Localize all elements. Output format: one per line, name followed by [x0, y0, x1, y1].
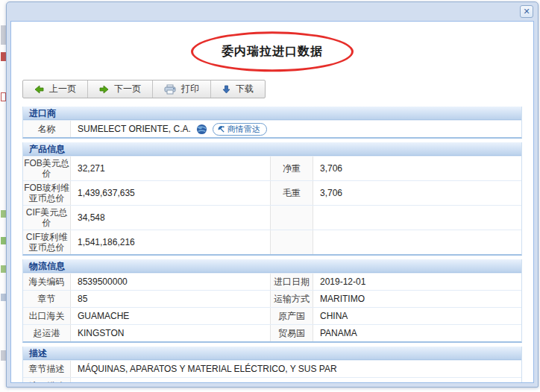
close-icon[interactable]: ✕	[520, 5, 533, 18]
field-label: 运输方式	[271, 291, 313, 307]
table-row: CIF玻利维亚币总价 1,541,186,216	[23, 230, 521, 254]
field-value: CHINA	[313, 308, 521, 324]
table-row: 出口海关 GUAMACHE 原产国 CHINA	[23, 307, 521, 324]
field-label	[271, 230, 313, 254]
table-row: FOB玻利维亚币总价 1,439,637,635 毛重 3,706	[23, 180, 521, 205]
field-label: 贸易国	[271, 325, 313, 341]
section-logistics: 物流信息 海关编码 8539500000 进口日期 2019-12-01 章节 …	[22, 259, 522, 343]
field-value: KINGSTON	[71, 325, 271, 341]
field-label: 名称	[23, 121, 71, 137]
section-logistics-header: 物流信息	[23, 259, 521, 273]
import-data-dialog: ✕ 委内瑞拉进口数据 上一页 下一页	[6, 1, 539, 388]
dialog-body: 委内瑞拉进口数据 上一页 下一页	[10, 21, 534, 383]
field-label: 净重	[271, 157, 313, 180]
field-value: Lámparas y tubos de diodos emisores de l…	[71, 378, 521, 383]
field-value: PANAMA	[313, 325, 521, 341]
backdrop-fragment	[1, 350, 6, 361]
field-label: 出口海关	[23, 308, 71, 324]
table-row: 海关编码 8539500000 进口日期 2019-12-01	[23, 273, 521, 290]
field-value: 3,706	[313, 181, 521, 205]
field-value: SUMELECT ORIENTE, C.A.	[71, 121, 521, 137]
field-value: 34,548	[71, 206, 271, 230]
pager-toolbar: 上一页 下一页 打印	[22, 80, 266, 98]
arrow-down-icon	[222, 85, 230, 94]
section-product-header: 产品信息	[23, 142, 521, 156]
table-row: 章节描述 MÁQUINAS, APARATOS Y MATERIAL ELÉCT…	[23, 360, 521, 377]
section-product: 产品信息 FOB美元总价 32,271 净重 3,706 FOB玻利维亚币总价 …	[22, 142, 522, 256]
field-value: 8539500000	[71, 274, 271, 290]
arrow-right-icon	[99, 85, 109, 94]
field-label: 章节描述	[23, 361, 71, 377]
field-value	[313, 230, 521, 254]
next-page-button[interactable]: 下一页	[88, 80, 153, 98]
backdrop-fragment	[1, 237, 6, 244]
section-description: 描述 章节描述 MÁQUINAS, APARATOS Y MATERIAL EL…	[22, 347, 522, 383]
field-label: 起运港	[23, 325, 71, 341]
page-title: 委内瑞拉进口数据	[222, 44, 323, 60]
field-value: 1,439,637,635	[71, 181, 271, 205]
field-label: 进口日期	[271, 274, 313, 290]
prev-page-button[interactable]: 上一页	[23, 80, 88, 98]
backdrop-fragment	[1, 92, 6, 101]
detail-sections: 进口商 名称 SUMELECT ORIENTE, C.A.	[22, 107, 522, 383]
business-radar-badge[interactable]: 商情雷达	[213, 123, 267, 136]
field-value: 3,706	[313, 157, 521, 180]
radar-icon	[217, 125, 225, 133]
field-label: 编码描述	[23, 378, 71, 383]
backdrop-fragment	[1, 210, 6, 218]
backdrop-fragment	[1, 294, 6, 301]
globe-icon[interactable]	[196, 124, 207, 135]
backdrop-fragment	[1, 265, 6, 273]
table-row: 编码描述 Lámparas y tubos de diodos emisores…	[23, 377, 521, 383]
radar-badge-label: 商情雷达	[227, 124, 260, 135]
backdrop-fragment	[1, 52, 6, 61]
field-value: MÁQUINAS, APARATOS Y MATERIAL ELÉCTRICO,…	[71, 361, 521, 377]
download-button[interactable]: 下载	[211, 80, 265, 98]
download-label: 下载	[236, 83, 254, 95]
next-page-label: 下一页	[114, 83, 141, 95]
section-importer: 进口商 名称 SUMELECT ORIENTE, C.A.	[22, 107, 522, 139]
print-button[interactable]: 打印	[153, 80, 211, 98]
backdrop-fragment	[1, 25, 6, 45]
table-row: 章节 85 运输方式 MARITIMO	[23, 290, 521, 307]
dialog-titlebar[interactable]: ✕	[7, 2, 538, 21]
section-description-header: 描述	[23, 347, 521, 360]
field-value: 32,271	[71, 157, 271, 180]
field-value: 1,541,186,216	[71, 230, 271, 254]
arrow-left-icon	[34, 85, 44, 94]
field-label: CIF美元总价	[23, 206, 71, 230]
table-row: FOB美元总价 32,271 净重 3,706	[23, 156, 521, 180]
table-row: 起运港 KINGSTON 贸易国 PANAMA	[23, 324, 521, 341]
title-area: 委内瑞拉进口数据	[11, 22, 533, 75]
field-value: 2019-12-01	[313, 274, 521, 290]
field-label: CIF玻利维亚币总价	[23, 230, 71, 254]
field-label: FOB美元总价	[23, 157, 71, 180]
field-value	[313, 206, 521, 230]
field-value: GUAMACHE	[71, 308, 271, 324]
field-label: 章节	[23, 291, 71, 307]
table-row: 名称 SUMELECT ORIENTE, C.A.	[23, 120, 521, 137]
field-label: 毛重	[271, 181, 313, 205]
printer-icon	[164, 84, 176, 95]
field-label	[271, 206, 313, 230]
field-value: MARITIMO	[313, 291, 521, 307]
field-label: 海关编码	[23, 274, 71, 290]
field-label: FOB玻利维亚币总价	[23, 181, 71, 205]
section-importer-header: 进口商	[23, 107, 521, 120]
field-label: 原产国	[271, 308, 313, 324]
table-row: CIF美元总价 34,548	[23, 205, 521, 230]
field-value: 85	[71, 291, 271, 307]
importer-name: SUMELECT ORIENTE, C.A.	[78, 124, 191, 134]
prev-page-label: 上一页	[49, 83, 76, 95]
print-label: 打印	[181, 83, 199, 95]
